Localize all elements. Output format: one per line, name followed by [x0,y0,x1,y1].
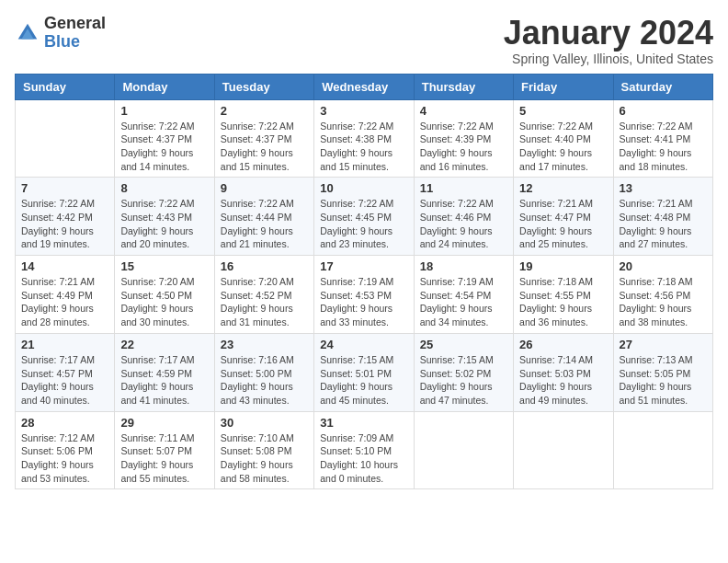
day-cell: 25Sunrise: 7:15 AMSunset: 5:02 PMDayligh… [414,333,513,411]
day-number: 14 [21,259,108,273]
weekday-header-monday: Monday [115,74,214,99]
weekday-header-sunday: Sunday [16,74,115,99]
day-info: Sunrise: 7:22 AMSunset: 4:43 PMDaylight:… [120,197,208,251]
day-info: Sunrise: 7:22 AMSunset: 4:38 PMDaylight:… [320,120,407,174]
day-info: Sunrise: 7:21 AMSunset: 4:48 PMDaylight:… [620,197,707,251]
day-number: 18 [420,259,507,273]
day-cell: 19Sunrise: 7:18 AMSunset: 4:55 PMDayligh… [514,256,613,334]
day-cell: 14Sunrise: 7:21 AMSunset: 4:49 PMDayligh… [16,256,115,334]
day-cell: 29Sunrise: 7:11 AMSunset: 5:07 PMDayligh… [115,411,214,489]
weekday-header-wednesday: Wednesday [314,74,414,99]
day-info: Sunrise: 7:22 AMSunset: 4:40 PMDaylight:… [519,120,607,174]
day-number: 16 [221,259,308,273]
day-number: 19 [519,259,607,273]
day-number: 8 [120,181,208,195]
day-info: Sunrise: 7:22 AMSunset: 4:37 PMDaylight:… [120,120,208,174]
day-cell: 5Sunrise: 7:22 AMSunset: 4:40 PMDaylight… [514,99,613,178]
day-info: Sunrise: 7:22 AMSunset: 4:44 PMDaylight:… [221,197,308,251]
day-cell: 8Sunrise: 7:22 AMSunset: 4:43 PMDaylight… [115,178,214,256]
day-number: 13 [620,181,707,195]
day-number: 29 [120,416,208,430]
location: Spring Valley, Illinois, United States [504,52,713,66]
week-row-5: 28Sunrise: 7:12 AMSunset: 5:06 PMDayligh… [16,411,713,489]
day-info: Sunrise: 7:17 AMSunset: 4:57 PMDaylight:… [21,353,108,408]
day-cell: 30Sunrise: 7:10 AMSunset: 5:08 PMDayligh… [214,411,313,489]
day-info: Sunrise: 7:22 AMSunset: 4:42 PMDaylight:… [21,197,108,251]
day-cell: 13Sunrise: 7:21 AMSunset: 4:48 PMDayligh… [613,178,712,256]
day-cell: 27Sunrise: 7:13 AMSunset: 5:05 PMDayligh… [613,333,712,411]
day-cell: 21Sunrise: 7:17 AMSunset: 4:57 PMDayligh… [16,333,115,411]
day-number: 2 [221,104,308,118]
day-info: Sunrise: 7:10 AMSunset: 5:08 PMDaylight:… [221,431,308,486]
day-cell: 7Sunrise: 7:22 AMSunset: 4:42 PMDaylight… [16,178,115,256]
day-cell: 18Sunrise: 7:19 AMSunset: 4:54 PMDayligh… [414,256,513,334]
day-info: Sunrise: 7:22 AMSunset: 4:41 PMDaylight:… [620,120,707,174]
day-info: Sunrise: 7:16 AMSunset: 5:00 PMDaylight:… [221,353,308,408]
day-cell: 31Sunrise: 7:09 AMSunset: 5:10 PMDayligh… [314,411,414,489]
day-info: Sunrise: 7:14 AMSunset: 5:03 PMDaylight:… [519,353,607,408]
day-cell: 12Sunrise: 7:21 AMSunset: 4:47 PMDayligh… [514,178,613,256]
day-number: 24 [320,338,407,351]
day-number: 7 [21,181,108,195]
logo-text: General Blue [44,15,106,52]
logo: General Blue [15,15,106,52]
day-info: Sunrise: 7:21 AMSunset: 4:49 PMDaylight:… [21,275,108,329]
day-info: Sunrise: 7:22 AMSunset: 4:45 PMDaylight:… [320,197,407,251]
day-cell: 23Sunrise: 7:16 AMSunset: 5:00 PMDayligh… [214,333,313,411]
day-number: 27 [620,338,707,351]
day-cell: 17Sunrise: 7:19 AMSunset: 4:53 PMDayligh… [314,256,414,334]
day-number: 6 [620,104,707,118]
weekday-header-tuesday: Tuesday [214,74,313,99]
day-cell: 9Sunrise: 7:22 AMSunset: 4:44 PMDaylight… [214,178,313,256]
day-info: Sunrise: 7:15 AMSunset: 5:02 PMDaylight:… [420,353,507,408]
day-info: Sunrise: 7:12 AMSunset: 5:06 PMDaylight:… [21,431,108,486]
day-cell: 22Sunrise: 7:17 AMSunset: 4:59 PMDayligh… [115,333,214,411]
day-cell [514,411,613,489]
day-info: Sunrise: 7:13 AMSunset: 5:05 PMDaylight:… [620,353,707,408]
day-number: 31 [320,416,407,430]
day-number: 30 [221,416,308,430]
week-row-2: 7Sunrise: 7:22 AMSunset: 4:42 PMDaylight… [16,178,713,256]
day-cell: 4Sunrise: 7:22 AMSunset: 4:39 PMDaylight… [414,99,513,178]
day-number: 5 [519,104,607,118]
week-row-3: 14Sunrise: 7:21 AMSunset: 4:49 PMDayligh… [16,256,713,334]
day-number: 3 [320,104,407,118]
day-info: Sunrise: 7:19 AMSunset: 4:54 PMDaylight:… [420,275,507,329]
day-cell [16,99,115,178]
day-number: 12 [519,181,607,195]
weekday-header-row: SundayMondayTuesdayWednesdayThursdayFrid… [16,74,713,99]
day-info: Sunrise: 7:20 AMSunset: 4:50 PMDaylight:… [120,275,208,329]
day-cell: 11Sunrise: 7:22 AMSunset: 4:46 PMDayligh… [414,178,513,256]
month-title: January 2024 [504,15,713,52]
day-cell [414,411,513,489]
day-cell: 20Sunrise: 7:18 AMSunset: 4:56 PMDayligh… [613,256,712,334]
day-info: Sunrise: 7:22 AMSunset: 4:39 PMDaylight:… [420,120,507,174]
week-row-1: 1Sunrise: 7:22 AMSunset: 4:37 PMDaylight… [16,99,713,178]
logo-general: General [44,15,106,33]
day-info: Sunrise: 7:20 AMSunset: 4:52 PMDaylight:… [221,275,308,329]
weekday-header-friday: Friday [514,74,613,99]
day-number: 17 [320,259,407,273]
day-number: 1 [120,104,208,118]
day-number: 22 [120,338,208,351]
weekday-header-saturday: Saturday [613,74,712,99]
day-cell: 6Sunrise: 7:22 AMSunset: 4:41 PMDaylight… [613,99,712,178]
day-info: Sunrise: 7:18 AMSunset: 4:55 PMDaylight:… [519,275,607,329]
day-cell: 16Sunrise: 7:20 AMSunset: 4:52 PMDayligh… [214,256,313,334]
day-number: 20 [620,259,707,273]
day-number: 4 [420,104,507,118]
day-info: Sunrise: 7:17 AMSunset: 4:59 PMDaylight:… [120,353,208,408]
title-area: January 2024 Spring Valley, Illinois, Un… [504,15,713,66]
day-cell: 26Sunrise: 7:14 AMSunset: 5:03 PMDayligh… [514,333,613,411]
logo-blue: Blue [44,33,106,52]
day-number: 25 [420,338,507,351]
day-cell: 10Sunrise: 7:22 AMSunset: 4:45 PMDayligh… [314,178,414,256]
logo-icon [15,20,40,46]
day-cell: 24Sunrise: 7:15 AMSunset: 5:01 PMDayligh… [314,333,414,411]
day-cell: 1Sunrise: 7:22 AMSunset: 4:37 PMDaylight… [115,99,214,178]
day-number: 26 [519,338,607,351]
day-info: Sunrise: 7:21 AMSunset: 4:47 PMDaylight:… [519,197,607,251]
day-cell: 2Sunrise: 7:22 AMSunset: 4:37 PMDaylight… [214,99,313,178]
weekday-header-thursday: Thursday [414,74,513,99]
day-number: 23 [221,338,308,351]
